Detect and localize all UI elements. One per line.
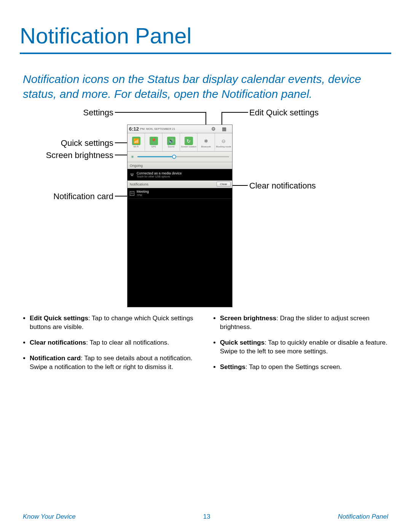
quick-setting-icon: ↻: [185, 137, 193, 145]
title-rule: [20, 53, 391, 54]
quick-setting-label: Screen rotation: [181, 145, 196, 148]
description-columns: Edit Quick settings: Tap to change which…: [23, 314, 388, 379]
bullets-left: Edit Quick settings: Tap to change which…: [23, 314, 198, 379]
bullet-item: Edit Quick settings: Tap to change which…: [30, 314, 198, 332]
quick-setting-tile[interactable]: 📶Wi-Fi: [127, 133, 145, 151]
footer-right: Notification Panel: [338, 513, 388, 521]
callout-clear-notifications: Clear notifications: [249, 181, 316, 191]
brightness-slider[interactable]: [137, 156, 229, 157]
bullet-item: Clear notifications: Tap to clear all no…: [30, 339, 198, 347]
quick-setting-label: GPS: [151, 145, 156, 148]
quick-setting-icon: 🔊: [167, 137, 175, 145]
callout-screen-brightness: Screen brightness: [41, 150, 113, 160]
ongoing-title: Connected as a media device: [137, 172, 182, 176]
quick-setting-tile[interactable]: 📍GPS: [145, 133, 162, 151]
intro-text: Notification icons on the Status bar dis…: [23, 72, 388, 101]
connector: [221, 112, 248, 113]
phone-screenshot: 6:12 PM MON, SEPTEMBER 21 ⚙ ▦ 📶Wi-Fi📍GPS…: [127, 125, 233, 307]
bullets-right: Screen brightness: Drag the slider to ad…: [213, 314, 388, 379]
quick-setting-label: Blocking mode: [216, 145, 231, 148]
connector: [115, 112, 206, 113]
usb-icon: Ψ: [130, 173, 134, 177]
notification-card[interactable]: 31 Meeting 7PM: [127, 188, 232, 199]
bullet-item: Screen brightness: Drag the slider to ad…: [220, 314, 388, 332]
brightness-row[interactable]: ✷: [127, 152, 232, 162]
gear-icon[interactable]: ⚙: [211, 126, 216, 132]
status-date: MON, SEPTEMBER 21: [145, 128, 175, 130]
quick-setting-tile[interactable]: 🔊Sound: [162, 133, 180, 151]
quick-setting-tile[interactable]: ⊖Blocking mode: [215, 133, 232, 151]
card-title: Meeting: [137, 190, 149, 194]
quick-setting-label: Bluetooth: [201, 145, 211, 148]
quick-settings-row: 📶Wi-Fi📍GPS🔊Sound↻Screen rotation✱Bluetoo…: [127, 133, 232, 152]
footer-page-number: 13: [203, 513, 210, 521]
status-time: 6:12: [127, 126, 139, 132]
quick-setting-icon: ✱: [202, 137, 210, 145]
calendar-icon: 31: [130, 191, 134, 196]
callout-settings: Settings: [79, 108, 113, 118]
grid-icon[interactable]: ▦: [221, 126, 227, 132]
callout-edit-quick: Edit Quick settings: [249, 108, 319, 118]
callout-quick-settings: Quick settings: [56, 138, 113, 148]
bullet-item: Notification card: Tap to see details ab…: [30, 354, 198, 372]
footer-left: Know Your Device: [23, 513, 76, 521]
ongoing-sub: Touch for other USB options.: [137, 175, 182, 178]
ongoing-notification[interactable]: Ψ Connected as a media device Touch for …: [127, 169, 232, 181]
quick-setting-tile[interactable]: ↻Screen rotation: [180, 133, 198, 151]
page-footer: Know Your Device 13 Notification Panel: [0, 513, 411, 521]
bullet-item: Settings: Tap to open the Settings scree…: [220, 363, 388, 372]
callout-notification-card: Notification card: [49, 192, 113, 201]
bullet-item: Quick settings: Tap to quickly enable or…: [220, 339, 388, 356]
diagram-area: Settings Edit Quick settings Quick setti…: [0, 105, 411, 310]
quick-setting-icon: 📶: [132, 137, 140, 145]
quick-setting-label: Wi-Fi: [134, 145, 139, 148]
page-title: Notification Panel: [20, 23, 191, 48]
status-ampm: PM: [139, 127, 145, 131]
quick-setting-label: Sound: [168, 145, 174, 148]
quick-setting-icon: ⊖: [220, 137, 228, 145]
clear-button[interactable]: Clear: [217, 182, 231, 187]
brightness-icon: ✷: [131, 154, 134, 160]
notifications-header-label: Notifications: [130, 182, 148, 186]
quick-setting-icon: 📍: [150, 137, 158, 145]
notifications-header-row: Notifications Clear: [127, 181, 232, 188]
quick-setting-tile[interactable]: ✱Bluetooth: [198, 133, 215, 151]
ongoing-header: Ongoing: [127, 162, 232, 169]
card-subtitle: 7PM: [137, 194, 149, 197]
status-bar: 6:12 PM MON, SEPTEMBER 21 ⚙ ▦: [127, 125, 232, 133]
